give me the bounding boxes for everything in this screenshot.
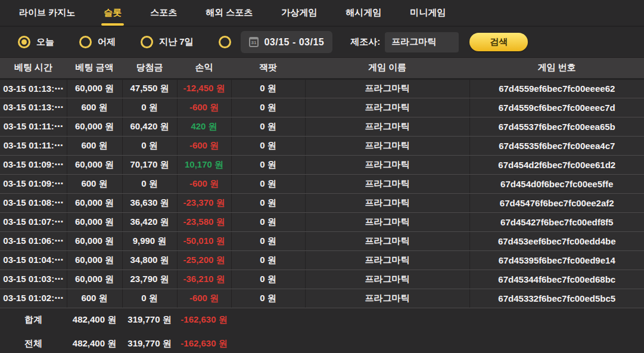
search-button[interactable]: 검색 bbox=[469, 33, 528, 51]
jackpot-cell: 0 원 bbox=[231, 136, 305, 155]
table-row: 03-15 01:09:⋯60,000 원70,170 원10,170 원0 원… bbox=[0, 155, 644, 174]
game-number-cell: 67d454d0f6bec7fc00ee5ffe bbox=[469, 174, 644, 193]
jackpot-cell: 0 원 bbox=[231, 174, 305, 193]
col-header-jackpot: 잭팟 bbox=[231, 58, 305, 79]
top-nav: 라이브 카지노슬롯스포츠해외 스포츠가상게임해시게임미니게임 bbox=[0, 0, 644, 27]
manufacturer-input[interactable] bbox=[385, 32, 459, 52]
game-number-cell: 67d454d2f6bec7fc00ee61d2 bbox=[469, 155, 644, 174]
table-row: 03-15 01:03:⋯60,000 원23,790 원-36,210 원0 … bbox=[0, 270, 644, 289]
col-header-profit: 손익 bbox=[177, 58, 231, 79]
date-filter-radios: 오늘어제지난 7일 bbox=[18, 36, 241, 48]
table-row: 03-15 01:07:⋯60,000 원36,420 원-23,580 원0 … bbox=[0, 212, 644, 231]
tab-virtual-games[interactable]: 가상게임 bbox=[281, 7, 317, 18]
radio-circle-today[interactable] bbox=[18, 36, 30, 48]
betting-history-table: 베팅 시간베팅 금액당첨금손익잭팟게임 이름게임 번호 03-15 01:13:… bbox=[0, 58, 644, 353]
summary-win-amount: 319,770 원 bbox=[122, 308, 177, 332]
radio-today[interactable]: 오늘 bbox=[18, 36, 54, 48]
tab-sports[interactable]: 스포츠 bbox=[150, 7, 177, 18]
game-name-cell: 프라그마틱 bbox=[305, 193, 469, 212]
bet-time-cell: 03-15 01:11:⋯ bbox=[0, 117, 67, 136]
bet-amount-cell: 600 원 bbox=[67, 174, 122, 193]
date-range-value: 03/15 - 03/15 bbox=[264, 37, 324, 48]
bet-time-cell: 03-15 01:09:⋯ bbox=[0, 155, 67, 174]
profit-cell: -600 원 bbox=[177, 98, 231, 117]
win-amount-cell: 0 원 bbox=[122, 289, 177, 308]
profit-cell: -600 원 bbox=[177, 174, 231, 193]
game-name-cell: 프라그마틱 bbox=[305, 155, 469, 174]
radio-circle-custom-range[interactable] bbox=[219, 36, 231, 48]
bet-amount-cell: 600 원 bbox=[67, 289, 122, 308]
bet-amount-cell: 60,000 원 bbox=[67, 155, 122, 174]
game-name-cell: 프라그마틱 bbox=[305, 117, 469, 136]
tab-overseas-sports[interactable]: 해외 스포츠 bbox=[206, 7, 253, 18]
summary-profit: -162,630 원 bbox=[177, 308, 231, 332]
profit-cell: -12,450 원 bbox=[177, 79, 231, 98]
profit-cell: -23,580 원 bbox=[177, 212, 231, 231]
bet-time-cell: 03-15 01:03:⋯ bbox=[0, 270, 67, 289]
game-number-cell: 67d4559cf6bec7fc00eeec7d bbox=[469, 98, 644, 117]
profit-cell: -36,210 원 bbox=[177, 270, 231, 289]
profit-cell: -25,200 원 bbox=[177, 250, 231, 270]
bet-amount-cell: 60,000 원 bbox=[67, 79, 122, 98]
profit-cell: -600 원 bbox=[177, 289, 231, 308]
tab-hash-games[interactable]: 해시게임 bbox=[346, 7, 381, 18]
manufacturer-label: 제조사: bbox=[350, 36, 380, 48]
profit-cell: -23,370 원 bbox=[177, 193, 231, 212]
tab-slots[interactable]: 슬롯 bbox=[104, 7, 122, 18]
profit-cell: 10,170 원 bbox=[177, 155, 231, 174]
jackpot-cell: 0 원 bbox=[231, 155, 305, 174]
win-amount-cell: 34,800 원 bbox=[122, 250, 177, 270]
col-header-bet-amount: 베팅 금액 bbox=[67, 58, 122, 79]
game-number-cell: 67d45344f6bec7fc00ed68bc bbox=[469, 270, 644, 289]
radio-circle-yesterday[interactable] bbox=[79, 36, 92, 48]
table-row: 03-15 01:11:⋯60,000 원60,420 원420 원0 원프라그… bbox=[0, 117, 644, 136]
summary-game-number bbox=[469, 308, 644, 332]
bet-amount-cell: 60,000 원 bbox=[67, 231, 122, 250]
jackpot-cell: 0 원 bbox=[231, 289, 305, 308]
bet-amount-cell: 60,000 원 bbox=[67, 270, 122, 289]
bet-time-cell: 03-15 01:09:⋯ bbox=[0, 174, 67, 193]
game-number-cell: 67d45535f6bec7fc00eea4c7 bbox=[469, 136, 644, 155]
jackpot-cell: 0 원 bbox=[231, 98, 305, 117]
jackpot-cell: 0 원 bbox=[231, 79, 305, 98]
jackpot-cell: 0 원 bbox=[231, 212, 305, 231]
summary-jackpot bbox=[231, 308, 305, 332]
jackpot-cell: 0 원 bbox=[231, 270, 305, 289]
summary-row-subtotal: 합계482,400 원319,770 원-162,630 원 bbox=[0, 308, 644, 332]
game-number-cell: 67d45332f6bec7fc00ed5bc5 bbox=[469, 289, 644, 308]
radio-yesterday[interactable]: 어제 bbox=[79, 36, 116, 48]
jackpot-cell: 0 원 bbox=[231, 117, 305, 136]
tab-mini-games[interactable]: 미니게임 bbox=[410, 7, 446, 18]
profit-cell: -600 원 bbox=[177, 136, 231, 155]
summary-label: 합계 bbox=[0, 308, 67, 332]
bet-time-cell: 03-15 01:08:⋯ bbox=[0, 193, 67, 212]
jackpot-cell: 0 원 bbox=[231, 193, 305, 212]
table-row: 03-15 01:06:⋯60,000 원9,990 원-50,010 원0 원… bbox=[0, 231, 644, 250]
bet-time-cell: 03-15 01:06:⋯ bbox=[0, 231, 67, 250]
bet-time-cell: 03-15 01:02:⋯ bbox=[0, 289, 67, 308]
radio-last-7-days[interactable]: 지난 7일 bbox=[141, 36, 194, 48]
game-name-cell: 프라그마틱 bbox=[305, 250, 469, 270]
date-range-picker[interactable]: 31 03/15 - 03/15 bbox=[241, 31, 333, 53]
table-row: 03-15 01:04:⋯60,000 원34,800 원-25,200 원0 … bbox=[0, 250, 644, 270]
tab-live-casino[interactable]: 라이브 카지노 bbox=[19, 7, 75, 18]
bet-amount-cell: 60,000 원 bbox=[67, 117, 122, 136]
radio-circle-last-7-days[interactable] bbox=[141, 36, 153, 48]
game-name-cell: 프라그마틱 bbox=[305, 79, 469, 98]
game-number-cell: 67d45395f6bec7fc00ed9e14 bbox=[469, 250, 644, 270]
summary-game-name bbox=[305, 308, 469, 332]
col-header-game-name: 게임 이름 bbox=[305, 58, 469, 79]
summary-bet-amount: 482,400 원 bbox=[67, 332, 122, 353]
col-header-bet-time: 베팅 시간 bbox=[0, 58, 67, 79]
win-amount-cell: 23,790 원 bbox=[122, 270, 177, 289]
table-row: 03-15 01:11:⋯600 원0 원-600 원0 원프라그마틱67d45… bbox=[0, 136, 644, 155]
table-row: 03-15 01:13:⋯600 원0 원-600 원0 원프라그마틱67d45… bbox=[0, 98, 644, 117]
radio-custom-range[interactable] bbox=[219, 36, 231, 48]
game-name-cell: 프라그마틱 bbox=[305, 231, 469, 250]
game-number-cell: 67d45537f6bec7fc00eea65b bbox=[469, 117, 644, 136]
game-name-cell: 프라그마틱 bbox=[305, 174, 469, 193]
nav-tabs: 라이브 카지노슬롯스포츠해외 스포츠가상게임해시게임미니게임 bbox=[19, 7, 474, 18]
bet-amount-cell: 60,000 원 bbox=[67, 193, 122, 212]
summary-game-number bbox=[469, 332, 644, 353]
win-amount-cell: 9,990 원 bbox=[122, 231, 177, 250]
